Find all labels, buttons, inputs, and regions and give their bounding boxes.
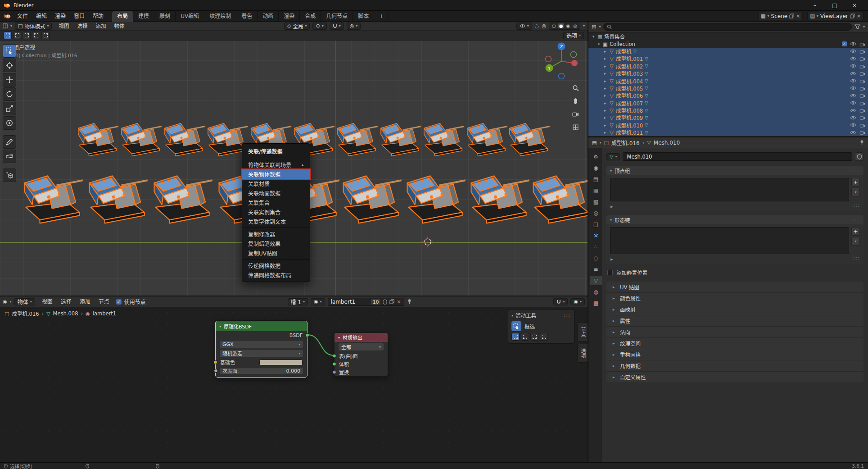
vertex-groups-panel-header[interactable]: ▾ 顶点组 :::: xyxy=(606,166,863,175)
object-row[interactable]: ▸ ▽ 成型机.005 ▽ xyxy=(588,85,868,92)
machine-object[interactable] xyxy=(507,115,551,162)
properties-tab[interactable]: ▤ xyxy=(590,174,602,184)
eye-icon[interactable] xyxy=(850,49,856,53)
blender-menu-icon[interactable] xyxy=(2,13,13,19)
shape-key-specials-button[interactable]: ▾ xyxy=(851,237,860,246)
pan-hand-icon[interactable] xyxy=(571,97,579,105)
camera-visibility-icon[interactable] xyxy=(859,93,866,98)
collapsed-panel-header[interactable]: ▸ 几何数据 xyxy=(606,360,863,372)
pivot-point-dropdown[interactable]: ⊙ ▾ xyxy=(312,23,326,30)
use-nodes-checkbox[interactable]: ✓ xyxy=(116,299,122,305)
subsurface-slider[interactable]: 次表面 0.000 xyxy=(219,367,303,374)
copy-icon[interactable] xyxy=(789,14,794,18)
tool-button[interactable] xyxy=(3,73,16,87)
camera-visibility-icon[interactable] xyxy=(859,42,866,46)
eye-icon[interactable] xyxy=(850,109,856,113)
select-mode-button[interactable] xyxy=(540,333,548,341)
machine-object[interactable] xyxy=(21,168,85,228)
shading-mode-button[interactable]: ○ xyxy=(551,23,557,28)
collapsed-panel-header[interactable]: ▸ 颜色属性 xyxy=(606,293,863,304)
object-row[interactable]: ▸ ▽ 成型机.001 ▽ xyxy=(588,55,868,62)
panel-grip-icon[interactable]: :::: xyxy=(853,218,860,222)
shading-mode-button[interactable]: ◎ xyxy=(572,23,578,28)
properties-tab[interactable]: ≡ xyxy=(590,264,602,274)
properties-tab[interactable]: ▦ xyxy=(590,186,602,195)
select-mode-button[interactable] xyxy=(530,333,538,341)
eye-icon[interactable] xyxy=(850,42,856,46)
eye-icon[interactable] xyxy=(850,116,856,120)
node-header[interactable]: ▾ 材质输出 xyxy=(335,333,388,342)
collapsed-panel-header[interactable]: ▸ 重构网格 xyxy=(606,349,863,360)
tool-button[interactable] xyxy=(3,44,16,58)
snapping-dropdown[interactable]: ▾ xyxy=(330,23,344,30)
viewport-menu-item[interactable]: 物体 xyxy=(110,21,128,32)
camera-visibility-icon[interactable] xyxy=(859,71,866,76)
workspace-tab[interactable]: 渲染 xyxy=(279,11,300,22)
collapsed-panel-header[interactable]: ▸ 纹理空间 xyxy=(606,338,863,349)
tool-button[interactable] xyxy=(3,102,16,115)
mode-dropdown[interactable]: □ 物体模式 ▾ xyxy=(15,23,52,30)
remove-viewlayer-icon[interactable]: × xyxy=(857,13,861,19)
collapsed-panel-header[interactable]: ▸ 属性 xyxy=(606,315,863,327)
eye-icon[interactable] xyxy=(850,94,856,98)
menu-item[interactable]: 窗口 xyxy=(70,11,89,22)
menu-item[interactable]: 编辑 xyxy=(32,11,51,22)
material-name-field[interactable]: lambert1 10 × xyxy=(328,298,404,306)
scene-collection-row[interactable]: ▾ ▦ 场景集合 xyxy=(588,33,868,40)
filter-funnel-icon[interactable] xyxy=(854,24,860,29)
object-row[interactable]: ▸ ▽ 成型机.008 ▽ xyxy=(588,107,868,114)
pin-icon[interactable] xyxy=(407,299,412,305)
show-gizmo-icon[interactable]: ◌ xyxy=(535,23,539,28)
visibility-dropdown[interactable]: ▾ xyxy=(516,23,532,30)
bsdf-output-socket[interactable] xyxy=(305,333,309,337)
unlink-scene-icon[interactable]: × xyxy=(796,13,800,19)
context-menu-item[interactable]: 复制修改器 xyxy=(242,229,310,239)
snap-node-dropdown[interactable]: ▾ xyxy=(553,298,568,305)
options-dropdown[interactable]: 选项 ▾ xyxy=(563,32,584,39)
camera-visibility-icon[interactable] xyxy=(859,123,866,127)
properties-tab[interactable]: ▧ xyxy=(590,197,602,206)
rest-position-checkbox[interactable] xyxy=(607,270,613,275)
editor-type-icon[interactable]: ▤ xyxy=(592,140,597,145)
machine-object[interactable] xyxy=(529,168,588,228)
camera-visibility-icon[interactable] xyxy=(859,86,866,91)
properties-tab[interactable]: ◍ xyxy=(590,287,602,296)
shader-menu-item[interactable]: 选择 xyxy=(57,296,76,307)
shape-keys-panel-header[interactable]: ▾ 形态键 :::: xyxy=(606,215,863,224)
workspace-tab[interactable]: 合成 xyxy=(300,11,321,22)
vertex-group-specials-button[interactable]: ▾ xyxy=(851,188,860,196)
eye-icon[interactable] xyxy=(850,86,856,90)
menu-item[interactable]: 文件 xyxy=(13,11,32,22)
add-vertex-group-button[interactable]: + xyxy=(851,178,860,187)
select-mode-button[interactable] xyxy=(41,32,50,39)
subsurface-method-dropdown[interactable]: 随机游走 ▾ xyxy=(219,349,303,357)
input-socket[interactable] xyxy=(332,370,336,374)
tool-button[interactable] xyxy=(3,150,16,163)
show-overlays-icon[interactable]: ◎ xyxy=(542,23,546,28)
machine-object[interactable] xyxy=(335,115,379,162)
sidebar-tab[interactable]: 节点 xyxy=(577,323,588,342)
workspace-tab[interactable]: 布局 xyxy=(112,11,133,22)
base-color-socket[interactable] xyxy=(213,360,217,364)
principled-bsdf-node[interactable]: ▾ 原理化BSDF BSDF GGX ▾ 随机游走 xyxy=(215,321,307,378)
fake-user-shield-icon[interactable] xyxy=(383,299,387,305)
subpanel-expander[interactable]: ▸ xyxy=(610,256,613,262)
camera-visibility-icon[interactable] xyxy=(859,64,866,68)
properties-tab[interactable]: ⚙ xyxy=(590,152,602,161)
properties-tab[interactable]: ◌ xyxy=(590,253,602,263)
machine-object[interactable] xyxy=(86,168,149,228)
object-row[interactable]: ▸ ▽ 成型机.011 ▽ xyxy=(588,129,868,136)
menu-item[interactable]: 渲染 xyxy=(51,11,70,22)
camera-visibility-icon[interactable] xyxy=(859,56,866,61)
maximize-button[interactable]: □ xyxy=(825,0,845,11)
editor-type-icon[interactable]: ◉ xyxy=(3,299,7,304)
eye-icon[interactable] xyxy=(850,72,856,76)
machine-object[interactable] xyxy=(403,168,467,228)
object-row[interactable]: ▸ ▽ 成型机.006 ▽ xyxy=(588,92,868,99)
eye-icon[interactable] xyxy=(850,123,856,127)
eye-icon[interactable] xyxy=(850,101,856,105)
context-menu-item[interactable]: 传递网格数据 xyxy=(242,261,310,270)
tool-button[interactable] xyxy=(3,168,16,182)
object-row[interactable]: ▸ ▽ 成型机 ▽ xyxy=(588,48,868,55)
eye-icon[interactable] xyxy=(850,57,856,61)
